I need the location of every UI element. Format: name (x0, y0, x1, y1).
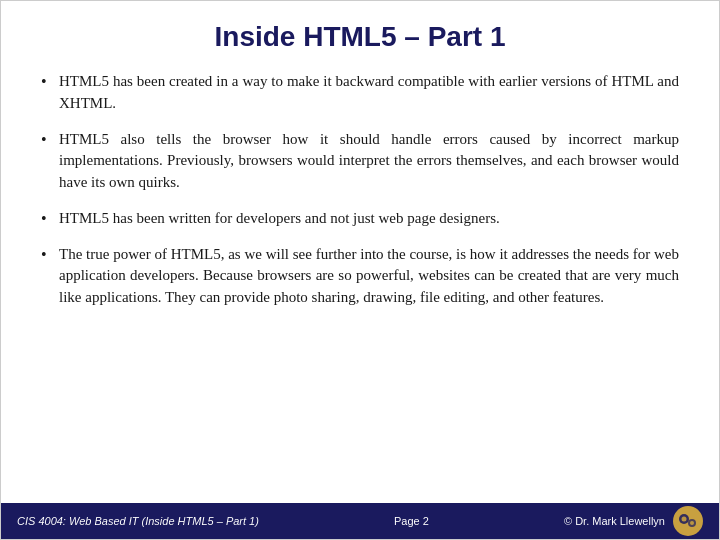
bullet-dot: • (41, 131, 59, 149)
footer-page-number: Page 2 (394, 515, 429, 527)
footer-right: © Dr. Mark Llewellyn (564, 506, 703, 536)
bullet-dot: • (41, 210, 59, 228)
bullet-text: The true power of HTML5, as we will see … (59, 244, 679, 309)
bullet-dot: • (41, 246, 59, 264)
footer-logo (673, 506, 703, 536)
slide-footer: CIS 4004: Web Based IT (Inside HTML5 – P… (1, 503, 719, 539)
list-item: • HTML5 also tells the browser how it sh… (41, 129, 679, 194)
svg-point-4 (690, 521, 694, 525)
footer-copyright: © Dr. Mark Llewellyn (564, 515, 665, 527)
list-item: • HTML5 has been written for developers … (41, 208, 679, 230)
bullet-text: HTML5 has been created in a way to make … (59, 71, 679, 115)
footer-left-text: CIS 4004: Web Based IT (Inside HTML5 – P… (17, 515, 259, 527)
bullet-text: HTML5 also tells the browser how it shou… (59, 129, 679, 194)
list-item: • HTML5 has been created in a way to mak… (41, 71, 679, 115)
bullet-dot: • (41, 73, 59, 91)
svg-point-3 (682, 517, 687, 522)
slide-title: Inside HTML5 – Part 1 (41, 21, 679, 53)
bullet-list: • HTML5 has been created in a way to mak… (41, 71, 679, 493)
bullet-text: HTML5 has been written for developers an… (59, 208, 500, 230)
list-item: • The true power of HTML5, as we will se… (41, 244, 679, 309)
slide-content: Inside HTML5 – Part 1 • HTML5 has been c… (1, 1, 719, 503)
slide: Inside HTML5 – Part 1 • HTML5 has been c… (0, 0, 720, 540)
